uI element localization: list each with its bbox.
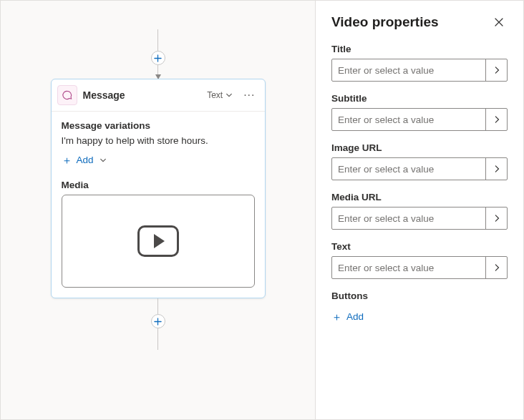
plus-icon (154, 318, 162, 326)
connector-line (157, 298, 158, 314)
media-url-input[interactable] (332, 207, 485, 229)
chevron-right-icon (494, 165, 500, 172)
field-label: Image URL (331, 142, 508, 153)
field-subtitle: Subtitle (331, 93, 508, 131)
chevron-right-icon (494, 264, 500, 271)
chevron-down-icon (100, 157, 107, 164)
chevron-right-icon (494, 116, 500, 123)
variation-text[interactable]: I'm happy to help with store hours. (62, 135, 255, 146)
field-label: Media URL (331, 192, 508, 202)
text-input[interactable] (332, 257, 485, 278)
field-buttons: Buttons ＋ Add (331, 290, 508, 323)
variations-heading: Message variations (62, 120, 255, 131)
chevron-right-icon (494, 215, 500, 222)
field-title: Title (331, 44, 508, 82)
plus-icon (154, 54, 162, 62)
plus-icon: ＋ (62, 155, 72, 165)
title-picker-button[interactable] (485, 59, 507, 81)
add-variation-button[interactable]: ＋ Add (62, 153, 107, 167)
chevron-right-icon (494, 67, 500, 74)
node-title: Message (83, 89, 199, 101)
field-text: Text (331, 241, 508, 279)
add-button-action[interactable]: ＋ Add (331, 310, 364, 323)
properties-panel: Video properties Title Subtitle (316, 1, 523, 419)
chat-icon (57, 85, 77, 105)
title-input-combo[interactable] (331, 59, 508, 82)
message-node[interactable]: Message Text ··· Message variations I'm … (51, 79, 266, 298)
media-heading: Media (62, 180, 255, 190)
chevron-down-icon (225, 92, 233, 99)
close-icon (494, 17, 504, 27)
media-url-picker-button[interactable] (485, 207, 507, 229)
output-mode-label: Text (207, 90, 223, 100)
add-button-label: Add (346, 311, 364, 322)
media-preview[interactable] (62, 195, 255, 288)
title-input[interactable] (332, 59, 485, 81)
connector-line (157, 65, 158, 75)
close-panel-button[interactable] (490, 14, 508, 31)
output-mode-dropdown[interactable]: Text (204, 89, 236, 102)
connector-line (157, 29, 158, 51)
field-image-url: Image URL (331, 142, 508, 180)
add-node-button-bottom[interactable] (151, 314, 165, 328)
field-label: Text (331, 241, 508, 252)
ellipsis-icon: ··· (243, 89, 255, 101)
buttons-heading: Buttons (331, 290, 508, 301)
field-label: Subtitle (331, 93, 508, 104)
panel-title: Video properties (331, 14, 439, 30)
video-placeholder-icon (137, 225, 179, 257)
subtitle-input-combo[interactable] (331, 108, 508, 131)
field-media-url: Media URL (331, 192, 508, 230)
add-variation-label: Add (77, 155, 94, 165)
add-node-button-top[interactable] (151, 51, 165, 65)
image-url-input[interactable] (332, 158, 485, 180)
authoring-canvas[interactable]: Message Text ··· Message variations I'm … (1, 1, 316, 419)
media-url-input-combo[interactable] (331, 207, 508, 230)
plus-icon: ＋ (331, 311, 342, 322)
text-picker-button[interactable] (485, 257, 507, 278)
node-more-button[interactable]: ··· (241, 88, 257, 102)
connector-line (157, 328, 158, 350)
text-input-combo[interactable] (331, 256, 508, 279)
subtitle-picker-button[interactable] (485, 109, 507, 130)
image-url-picker-button[interactable] (485, 158, 507, 180)
node-body: Message variations I'm happy to help wit… (52, 112, 265, 298)
image-url-input-combo[interactable] (331, 157, 508, 180)
field-label: Title (331, 44, 508, 54)
node-header: Message Text ··· (52, 79, 265, 112)
play-icon (154, 234, 165, 248)
subtitle-input[interactable] (332, 109, 485, 130)
